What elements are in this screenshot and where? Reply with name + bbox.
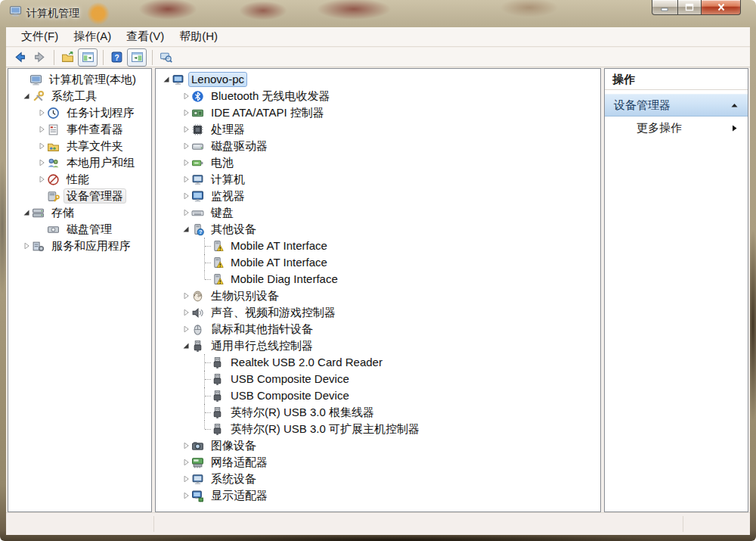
client-area: 文件(F) 操作(A) 查看(V) 帮助(H) ? 计算机管理(本地)系统工具任… [6, 27, 750, 534]
device-item-mice-pointing-devices[interactable]: 鼠标和其他指针设备 [156, 321, 600, 337]
device-item-imaging-devices[interactable]: 图像设备 [156, 437, 600, 454]
console-item-disk-management[interactable]: 磁盘管理 [8, 221, 151, 238]
tree-expander-closed-icon[interactable] [180, 121, 191, 138]
tree-expander-closed-icon[interactable] [180, 154, 191, 171]
tree-expander-open-icon[interactable] [180, 337, 191, 354]
show-hide-console-tree-button[interactable] [78, 48, 98, 67]
device-item-imaging-devices-label: 图像设备 [208, 438, 259, 453]
device-item-batteries[interactable]: 电池 [156, 154, 600, 171]
device-item-monitors[interactable]: 监视器 [156, 188, 600, 204]
tree-expander-closed-icon[interactable] [20, 238, 32, 254]
maximize-button[interactable] [678, 0, 702, 15]
export-list-button[interactable] [58, 49, 76, 66]
device-item-ide-ata-atapi-controllers[interactable]: IDE ATA/ATAPI 控制器 [156, 104, 600, 121]
tree-expander-closed-icon[interactable] [36, 171, 47, 188]
tree-expander-closed-icon[interactable] [36, 104, 47, 121]
device-item-lenovo-pc[interactable]: Lenovo-pc [156, 71, 600, 88]
close-button[interactable] [702, 0, 741, 15]
tree-expander-closed-icon[interactable] [36, 121, 47, 138]
menu-action[interactable]: 操作(A) [66, 28, 119, 45]
device-item-usb-controllers[interactable]: 通用串行总线控制器 [156, 337, 600, 354]
device-item-biometric-devices[interactable]: 生物识别设备 [156, 288, 600, 304]
console-item-system-tools[interactable]: 系统工具 [8, 88, 151, 104]
action-group-device-manager[interactable]: 设备管理器 [605, 94, 748, 117]
event-viewer-icon [47, 123, 60, 136]
minimize-button[interactable] [652, 0, 678, 15]
device-item-network-adapters[interactable]: 网络适配器 [156, 454, 600, 471]
console-item-computer-management-local[interactable]: 计算机管理(本地) [8, 71, 151, 88]
tree-expander-open-icon[interactable] [160, 71, 172, 88]
console-tree-pane: 计算机管理(本地)系统工具任务计划程序事件查看器共享文件夹本地用户和组性能设备管… [8, 68, 152, 512]
forward-button[interactable] [30, 49, 48, 66]
computer-management-window: 计算机管理 文件(F) 操作(A) 查看(V) 帮助(H) ? 计算机管理(本地… [0, 0, 756, 541]
tree-expander-closed-icon[interactable] [36, 138, 47, 154]
console-item-local-users-groups[interactable]: 本地用户和组 [8, 154, 151, 171]
device-item-sound-video-game-controllers[interactable]: 声音、视频和游戏控制器 [156, 304, 600, 321]
tree-expander-closed-icon[interactable] [36, 154, 47, 171]
device-item-intel-usb3-host-controller[interactable]: 英特尔(R) USB 3.0 可扩展主机控制器 [156, 421, 600, 437]
tree-expander-closed-icon[interactable] [180, 437, 191, 454]
scan-hardware-changes-button[interactable] [156, 49, 175, 66]
tree-expander-closed-icon[interactable] [180, 288, 191, 304]
device-item-disk-drives-label: 磁盘驱动器 [208, 138, 271, 154]
titlebar[interactable]: 计算机管理 [0, 0, 756, 27]
app-icon[interactable] [9, 5, 22, 17]
tree-expander-open-icon[interactable] [20, 204, 32, 221]
menu-file[interactable]: 文件(F) [14, 28, 66, 45]
tree-expander-closed-icon[interactable] [180, 188, 191, 204]
console-item-storage[interactable]: 存储 [8, 204, 151, 221]
console-item-task-scheduler-label: 任务计划程序 [64, 105, 138, 120]
tree-expander-closed-icon[interactable] [180, 104, 191, 121]
device-item-mobile-at-interface-1[interactable]: Mobile AT Interface [156, 238, 600, 254]
tree-expander-closed-icon[interactable] [180, 487, 191, 504]
tree-expander-closed-icon[interactable] [180, 304, 191, 321]
console-item-services-applications[interactable]: 服务和应用程序 [8, 238, 151, 254]
device-item-display-adapters[interactable]: 显示适配器 [156, 487, 600, 504]
console-item-system-tools-label: 系统工具 [48, 89, 100, 104]
tree-expander-closed-icon[interactable] [180, 138, 191, 154]
tree-expander-closed-icon[interactable] [180, 204, 191, 221]
device-item-usb-composite-device-1[interactable]: USB Composite Device [156, 371, 600, 387]
menu-help[interactable]: 帮助(H) [172, 28, 225, 45]
collapse-arrow-icon[interactable] [730, 101, 739, 110]
console-item-event-viewer[interactable]: 事件查看器 [8, 121, 151, 138]
device-item-other-devices[interactable]: ?其他设备 [156, 221, 600, 238]
tree-indent [200, 238, 211, 254]
more-actions-item[interactable]: 更多操作 [605, 117, 748, 139]
device-item-keyboards[interactable]: 键盘 [156, 204, 600, 221]
device-item-intel-usb3-root-hub[interactable]: 英特尔(R) USB 3.0 根集线器 [156, 404, 600, 421]
back-button[interactable] [11, 49, 29, 66]
processor-icon [191, 123, 204, 136]
tree-expander-closed-icon[interactable] [180, 321, 191, 337]
device-item-lenovo-pc-label: Lenovo-pc [188, 72, 247, 87]
usb-icon [211, 373, 224, 386]
tree-expander-closed-icon[interactable] [180, 88, 191, 104]
device-item-mobile-at-interface-2[interactable]: Mobile AT Interface [156, 254, 600, 271]
device-item-system-devices[interactable]: 系统设备 [156, 471, 600, 487]
device-item-bluetooth-radios-label: Bluetooth 无线电收发器 [208, 89, 333, 104]
device-item-disk-drives[interactable]: 磁盘驱动器 [156, 138, 600, 154]
tree-expander-closed-icon[interactable] [180, 471, 191, 487]
menu-view[interactable]: 查看(V) [119, 28, 172, 45]
imaging-icon [191, 440, 204, 452]
tree-expander-open-icon[interactable] [180, 221, 191, 238]
device-item-computer[interactable]: 计算机 [156, 171, 600, 188]
device-item-realtek-usb-card-reader[interactable]: Realtek USB 2.0 Card Reader [156, 354, 600, 371]
tree-expander-closed-icon[interactable] [180, 171, 191, 188]
console-item-performance[interactable]: 性能 [8, 171, 151, 188]
console-item-device-manager[interactable]: 设备管理器 [8, 188, 151, 204]
tree-expander-open-icon[interactable] [20, 88, 32, 104]
device-item-mobile-diag-interface[interactable]: Mobile Diag Interface [156, 271, 600, 288]
console-item-shared-folders[interactable]: 共享文件夹 [8, 138, 151, 154]
device-item-processors[interactable]: 处理器 [156, 121, 600, 138]
tree-expander-closed-icon[interactable] [180, 454, 191, 471]
back-arrow-icon [14, 51, 26, 64]
console-item-device-manager-label: 设备管理器 [64, 188, 126, 204]
help-button[interactable]: ? [107, 49, 125, 66]
device-item-bluetooth-radios[interactable]: Bluetooth 无线电收发器 [156, 88, 600, 104]
device-item-usb-composite-device-2[interactable]: USB Composite Device [156, 387, 600, 404]
console-item-task-scheduler[interactable]: 任务计划程序 [8, 104, 151, 121]
show-hide-action-pane-button[interactable] [127, 48, 147, 67]
device-tree-pane: Lenovo-pcBluetooth 无线电收发器IDE ATA/ATAPI 控… [155, 68, 601, 512]
status-divider [683, 516, 683, 532]
